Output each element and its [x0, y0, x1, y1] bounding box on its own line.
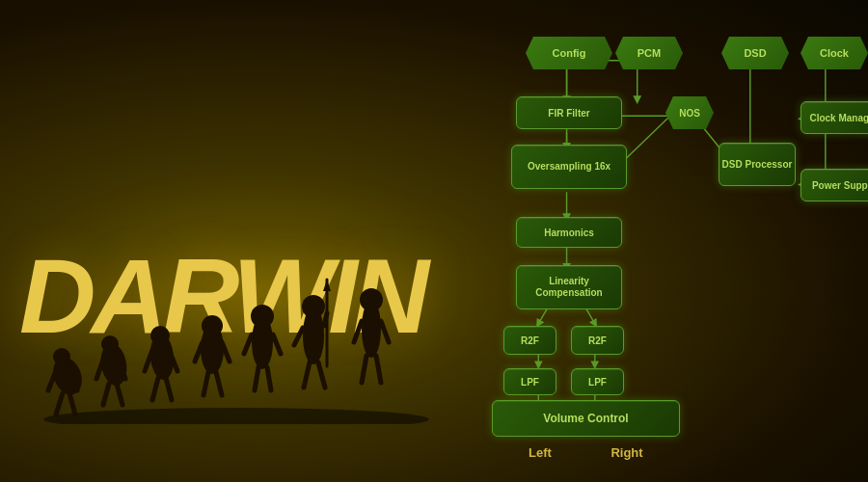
- svg-line-36: [324, 313, 327, 326]
- svg-point-26: [251, 305, 274, 328]
- r2f-left-node: R2F: [503, 326, 556, 355]
- svg-point-2: [53, 348, 70, 365]
- svg-line-12: [117, 384, 122, 405]
- flow-diagram: Config PCM DSD Clock FIR Filter NOS DSD …: [473, 19, 858, 463]
- linearity-node: Linearity Compensation: [516, 265, 622, 309]
- svg-point-20: [202, 315, 223, 336]
- svg-line-38: [318, 362, 325, 388]
- svg-line-27: [244, 335, 252, 354]
- svg-line-29: [255, 367, 258, 390]
- svg-line-41: [354, 321, 362, 342]
- right-label: Right: [610, 445, 642, 460]
- dsd-node: DSD: [721, 37, 789, 69]
- svg-marker-34: [323, 280, 331, 291]
- lpf-left-node: LPF: [503, 368, 556, 395]
- svg-line-18: [166, 378, 172, 400]
- svg-point-0: [43, 408, 429, 424]
- right-panel: Config PCM DSD Clock FIR Filter NOS DSD …: [453, 0, 868, 482]
- left-panel: DARWIN: [0, 0, 463, 482]
- left-label: Left: [529, 445, 552, 460]
- r2f-right-node: R2F: [571, 326, 624, 355]
- fir-filter-node: FIR Filter: [516, 96, 622, 129]
- svg-line-28: [273, 335, 281, 354]
- svg-line-42: [381, 321, 389, 342]
- nos-node: NOS: [665, 96, 714, 129]
- pcm-node: PCM: [615, 37, 683, 69]
- evolution-svg: [29, 270, 444, 424]
- evolution-figures: [29, 270, 444, 424]
- dsd-processor-node: DSD Processor: [719, 143, 796, 186]
- svg-line-30: [267, 367, 271, 390]
- svg-line-23: [203, 372, 208, 395]
- svg-line-5: [56, 393, 63, 415]
- svg-line-6: [69, 393, 75, 415]
- svg-line-24: [216, 372, 222, 395]
- oversampling-node: Oversampling 16x: [511, 145, 627, 189]
- svg-line-43: [362, 356, 366, 383]
- svg-line-11: [103, 384, 109, 405]
- svg-point-40: [360, 288, 383, 311]
- svg-line-17: [152, 378, 158, 400]
- svg-line-37: [304, 362, 310, 388]
- power-supply-node: Power Supply: [800, 169, 868, 201]
- svg-line-35: [294, 328, 303, 345]
- lpf-right-node: LPF: [571, 368, 624, 395]
- clock-manager-node: Clock Manager: [800, 101, 868, 134]
- svg-point-8: [101, 335, 119, 353]
- svg-point-14: [150, 326, 170, 345]
- harmonics-node: Harmonics: [516, 217, 622, 248]
- svg-line-44: [376, 356, 381, 383]
- config-node: Config: [526, 37, 612, 69]
- svg-point-32: [302, 295, 325, 318]
- clock-node: Clock: [800, 37, 868, 69]
- volume-control-node: Volume Control: [492, 400, 680, 437]
